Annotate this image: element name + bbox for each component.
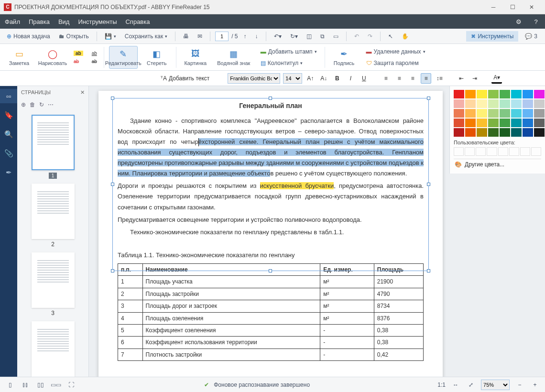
save-button[interactable]: 💾▾ [102,32,119,41]
color-swatch[interactable] [534,119,545,127]
font-size-select[interactable]: 14 [283,73,302,84]
continuous-view-button[interactable]: ⫿⫿ [20,380,31,390]
strikethrough-button[interactable]: ab [72,58,85,65]
crop-button[interactable]: ◫ [304,32,315,41]
book-view-button[interactable]: ▭▭ [51,380,61,390]
help-icon[interactable]: ? [532,17,540,26]
color-swatch[interactable] [500,128,510,137]
edit-tab-button[interactable]: ✎Редактировать [109,46,138,69]
picture-button[interactable]: 🖼Картинка [181,46,210,69]
color-swatch[interactable] [534,109,545,118]
color-swatch[interactable] [465,99,476,108]
color-swatch[interactable] [500,99,510,108]
color-swatch[interactable] [534,128,545,137]
color-swatch[interactable] [523,90,533,98]
color-swatch[interactable] [523,109,533,118]
signatures-tab[interactable]: ✒ [0,165,17,180]
color-swatch[interactable] [534,99,545,108]
color-swatch[interactable] [477,90,487,98]
bookmarks-tab[interactable]: 🔖 [0,108,17,122]
add-page-button[interactable]: ⊕ [21,101,26,108]
erase-button[interactable]: ◧Стереть [142,46,171,69]
zoom-out-button[interactable]: − [514,380,525,390]
pages-tab[interactable]: ▫▫ [0,89,17,103]
color-swatch[interactable] [523,128,533,137]
color-swatch[interactable] [477,109,487,118]
search-tab[interactable]: 🔍 [0,127,17,142]
color-swatch[interactable] [454,99,464,108]
zoom-in-button[interactable]: + [530,380,540,390]
strikethrough2-button[interactable]: ab [90,58,99,65]
add-text-button[interactable]: ᵀAДобавить текст [158,73,212,84]
color-swatch[interactable] [488,119,499,127]
page-up-button[interactable]: ↑ [241,32,250,41]
color-swatch[interactable] [477,119,487,127]
custom-color-slot[interactable] [454,147,464,156]
fullscreen-button[interactable]: ⛶ [66,380,76,390]
thumbnail-2[interactable]: 2 [29,184,77,248]
color-swatch[interactable] [523,99,533,108]
custom-color-slot[interactable] [509,147,519,156]
zoom-select[interactable]: 75% [481,380,510,390]
indent-increase-button[interactable]: ⇥ [469,73,480,84]
align-left-button[interactable]: ≡ [381,73,391,84]
mail-button[interactable]: ✉ [195,32,205,41]
page-canvas[interactable]: Генеральный план Здание конно - спортивн… [89,86,545,377]
scale-label[interactable]: 1:1 [437,381,446,388]
stamp-button[interactable]: ▬Добавить штамп▾ [258,47,320,56]
more-button[interactable]: ⋯ [48,101,54,108]
color-swatch[interactable] [454,119,464,127]
align-justify-button[interactable]: ≡ [421,73,431,84]
rotate-page-button[interactable]: ↻ [39,101,44,108]
redo-button[interactable]: ↷ [365,32,375,41]
page-number-input[interactable] [215,32,229,41]
custom-color-slot[interactable] [465,147,475,156]
other-colors-button[interactable]: 🎨Другие цвета... [454,159,541,170]
align-center-button[interactable]: ≡ [394,73,404,84]
menu-help[interactable]: Справка [125,18,150,25]
indent-decrease-button[interactable]: ⇤ [456,73,467,84]
color-swatch[interactable] [500,109,510,118]
extract-button[interactable]: ⧉ [317,32,327,41]
settings-icon[interactable]: ⚙ [514,17,523,26]
pointer-button[interactable]: ↖ [385,32,396,41]
comments-button[interactable]: 💬3 [521,31,541,42]
undo-button[interactable]: ↶ [351,32,362,41]
rotate-left-button[interactable]: ↶▾ [271,32,284,41]
attachments-tab[interactable]: 📎 [0,146,17,161]
draw-button[interactable]: ◯Нарисовать [38,46,67,69]
custom-color-slot[interactable] [531,147,541,156]
color-swatch[interactable] [488,128,499,137]
new-task-button[interactable]: ⊕Новая задача [4,32,53,41]
color-swatch[interactable] [465,128,476,137]
page-down-button[interactable]: ↓ [252,32,261,41]
underline-button[interactable]: ab [90,50,99,57]
split-button[interactable]: ▭ [330,32,341,41]
color-swatch[interactable] [511,90,522,98]
increase-font-button[interactable]: A↑ [305,73,316,84]
color-swatch[interactable] [511,109,522,118]
color-swatch[interactable] [511,99,522,108]
color-swatch[interactable] [454,128,464,137]
color-swatch[interactable] [454,90,464,98]
header-button[interactable]: ▤Колонтитул▾ [258,58,320,68]
color-swatch[interactable] [454,109,464,118]
custom-color-slot[interactable] [498,147,508,156]
color-swatch[interactable] [523,119,533,127]
thumbnail-1[interactable]: 1 [29,115,77,179]
font-color-button[interactable]: A▾ [491,73,502,84]
open-button[interactable]: 🖿Открыть [56,32,92,41]
font-select[interactable]: Franklin Gothic Book [228,73,280,84]
hand-button[interactable]: ✋ [399,32,412,41]
close-button[interactable]: ✕ [522,1,541,13]
delete-page-button[interactable]: 🗑 [30,101,35,108]
color-swatch[interactable] [465,109,476,118]
color-swatch[interactable] [488,109,499,118]
custom-color-slot[interactable] [476,147,486,156]
menu-tools[interactable]: Инструменты [78,18,117,25]
underline-button[interactable]: U [359,73,369,84]
menu-edit[interactable]: Правка [29,18,50,25]
color-swatch[interactable] [477,128,487,137]
custom-color-slot[interactable] [520,147,530,156]
align-right-button[interactable]: ≡ [407,73,418,84]
